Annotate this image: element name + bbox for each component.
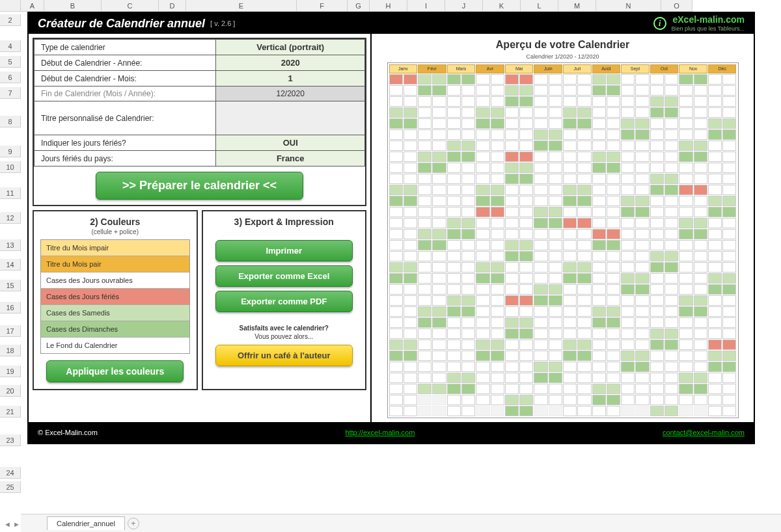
row-header[interactable]: 20 bbox=[0, 385, 21, 397]
day-cell bbox=[592, 118, 606, 129]
print-button[interactable]: Imprimer bbox=[215, 240, 353, 261]
day-cell bbox=[592, 273, 606, 284]
start-year-value[interactable]: 2020 bbox=[216, 55, 365, 71]
day-cell bbox=[621, 85, 635, 96]
day-cell bbox=[665, 262, 678, 273]
row-header[interactable]: 16 bbox=[0, 302, 21, 313]
column-header[interactable]: K bbox=[483, 0, 521, 12]
day-cell bbox=[665, 306, 678, 317]
export-excel-button[interactable]: Exporter comme Excel bbox=[215, 265, 353, 287]
row-header[interactable]: 17 bbox=[0, 325, 21, 337]
column-header[interactable]: M bbox=[558, 0, 596, 12]
row-header[interactable]: 4 bbox=[0, 40, 21, 52]
day-cell bbox=[650, 85, 664, 96]
column-header[interactable]: N bbox=[596, 0, 661, 12]
column-header[interactable]: J bbox=[445, 0, 483, 12]
color-option[interactable]: Titre du Mois impair bbox=[41, 240, 189, 256]
day-cell bbox=[505, 229, 519, 239]
column-header[interactable]: E bbox=[186, 0, 297, 12]
brand-block[interactable]: eXcel-malin.com Bien plus que les Tableu… bbox=[672, 15, 745, 32]
column-header[interactable]: O bbox=[661, 0, 692, 12]
day-cell bbox=[563, 174, 577, 184]
day-cell bbox=[491, 262, 504, 273]
row-header[interactable]: 21 bbox=[0, 406, 21, 418]
day-cell bbox=[505, 174, 519, 184]
footer-contact[interactable]: contact@excel-malin.com bbox=[663, 429, 745, 436]
custom-title-value[interactable] bbox=[216, 101, 365, 135]
column-header[interactable]: D bbox=[159, 0, 186, 12]
type-value[interactable]: Vertical (portrait) bbox=[216, 40, 365, 55]
add-sheet-button[interactable]: + bbox=[128, 518, 139, 529]
day-cell bbox=[607, 118, 620, 129]
color-option[interactable]: Cases des Jours ouvrables bbox=[41, 273, 189, 289]
color-option[interactable]: Cases des Dimanches bbox=[41, 321, 189, 338]
day-cell bbox=[577, 262, 591, 273]
day-cell bbox=[418, 251, 432, 261]
day-cell bbox=[534, 140, 547, 151]
color-option[interactable]: Le Fond du Calendrier bbox=[41, 338, 189, 353]
day-cell bbox=[549, 218, 562, 228]
row-header[interactable]: 23 bbox=[0, 434, 21, 446]
sheet-tab[interactable]: Calendrier_annuel bbox=[47, 516, 125, 530]
day-cell bbox=[722, 251, 736, 261]
info-icon[interactable]: i bbox=[653, 17, 666, 30]
day-cell bbox=[635, 207, 649, 217]
country-value[interactable]: France bbox=[216, 151, 365, 166]
column-header[interactable]: F bbox=[297, 0, 348, 12]
row-header[interactable]: 8 bbox=[0, 116, 21, 127]
day-cell bbox=[650, 196, 664, 206]
day-cell bbox=[476, 152, 489, 162]
day-cell bbox=[549, 339, 562, 350]
footer-url[interactable]: http://excel-malin.com bbox=[345, 429, 415, 436]
column-header[interactable]: B bbox=[44, 0, 102, 12]
month-header: Avr bbox=[476, 64, 504, 73]
row-header[interactable]: 18 bbox=[0, 345, 21, 356]
row-header[interactable]: 6 bbox=[0, 72, 21, 83]
row-header[interactable]: 5 bbox=[0, 56, 21, 68]
export-pdf-button[interactable]: Exporter comme PDF bbox=[215, 291, 353, 312]
day-cell bbox=[708, 395, 722, 405]
day-cell bbox=[519, 174, 533, 184]
row-header[interactable]: 7 bbox=[0, 87, 21, 99]
column-header[interactable]: A bbox=[21, 0, 44, 12]
color-option[interactable]: Cases des Jours fériés bbox=[41, 289, 189, 305]
row-header[interactable]: 10 bbox=[0, 161, 21, 173]
start-month-value[interactable]: 1 bbox=[216, 71, 365, 86]
column-header[interactable]: G bbox=[348, 0, 370, 12]
day-cell bbox=[722, 328, 736, 339]
day-cell bbox=[650, 362, 664, 372]
day-cell bbox=[665, 129, 678, 140]
tab-nav-arrows[interactable]: ◄ ► bbox=[4, 520, 20, 528]
column-header[interactable]: L bbox=[521, 0, 558, 12]
day-cell bbox=[592, 74, 606, 85]
day-cell bbox=[694, 152, 707, 162]
column-header[interactable]: H bbox=[370, 0, 407, 12]
day-cell bbox=[432, 395, 446, 405]
holidays-value[interactable]: OUI bbox=[216, 135, 365, 151]
day-cell bbox=[432, 107, 446, 118]
day-cell bbox=[607, 240, 620, 250]
column-header[interactable]: C bbox=[102, 0, 159, 12]
column-header[interactable]: I bbox=[407, 0, 445, 12]
color-option[interactable]: Cases des Samedis bbox=[41, 305, 189, 321]
prepare-button[interactable]: >> Préparer le calendrier << bbox=[96, 172, 303, 200]
row-header[interactable]: 13 bbox=[0, 239, 21, 251]
row-header[interactable]: 19 bbox=[0, 366, 21, 377]
row-header[interactable]: 9 bbox=[0, 146, 21, 157]
row-header[interactable]: 15 bbox=[0, 280, 21, 291]
row-header[interactable]: 25 bbox=[0, 481, 21, 493]
day-cell bbox=[491, 273, 504, 284]
coffee-button[interactable]: Offrir un café à l'auteur bbox=[215, 345, 353, 366]
row-header[interactable]: 12 bbox=[0, 212, 21, 224]
day-cell bbox=[607, 284, 620, 295]
color-option[interactable]: Titre du Mois pair bbox=[41, 256, 189, 273]
row-header[interactable]: 24 bbox=[0, 467, 21, 479]
day-cell bbox=[491, 96, 504, 107]
row-header[interactable]: 11 bbox=[0, 187, 21, 199]
day-cell bbox=[519, 85, 533, 96]
row-header[interactable]: 2 bbox=[0, 14, 21, 26]
day-cell bbox=[708, 240, 722, 250]
day-cell bbox=[534, 185, 547, 195]
row-header[interactable]: 14 bbox=[0, 259, 21, 271]
apply-colors-button[interactable]: Appliquer les couleurs bbox=[46, 360, 184, 382]
